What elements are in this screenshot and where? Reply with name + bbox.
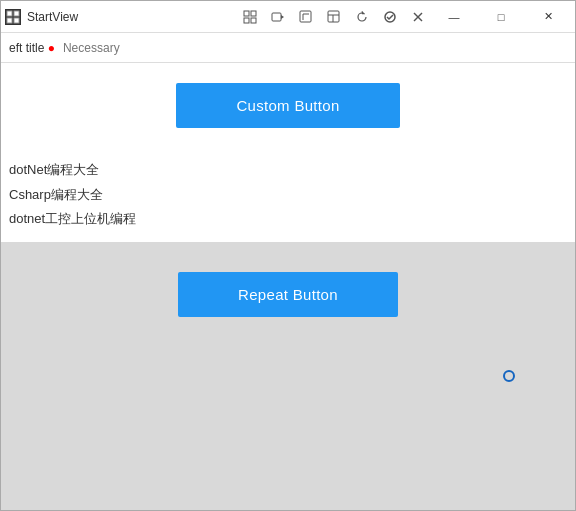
toolbar <box>237 5 431 29</box>
svg-rect-7 <box>251 18 256 23</box>
svg-rect-1 <box>14 11 19 16</box>
title-bar-left: StartView <box>5 9 237 25</box>
address-input[interactable] <box>63 41 567 55</box>
app-icon <box>5 9 21 25</box>
maximize-button[interactable]: □ <box>478 1 524 33</box>
minimize-button[interactable]: — <box>431 1 477 33</box>
window-controls: — □ ✕ <box>431 1 571 33</box>
svg-rect-5 <box>251 11 256 16</box>
svg-rect-8 <box>272 13 281 21</box>
svg-rect-6 <box>244 18 249 23</box>
window-title: StartView <box>27 10 78 24</box>
refresh-toolbar-btn[interactable] <box>349 5 375 29</box>
cursor-toolbar-btn[interactable] <box>293 5 319 29</box>
close-button[interactable]: ✕ <box>525 1 571 33</box>
main-window: StartView <box>0 0 576 511</box>
left-title-label: eft title ● <box>9 41 55 55</box>
section-gray: Repeat Button <box>1 242 575 510</box>
section-top: Custom Button <box>1 63 575 148</box>
custom-button[interactable]: Custom Button <box>176 83 399 128</box>
video-toolbar-btn[interactable] <box>265 5 291 29</box>
close-small-toolbar-btn[interactable] <box>405 5 431 29</box>
svg-rect-0 <box>7 11 12 16</box>
text-list: dotNet编程大全 Csharp编程大全 dotnet工控上位机编程 <box>1 148 575 242</box>
layout-toolbar-btn[interactable] <box>321 5 347 29</box>
svg-rect-4 <box>244 11 249 16</box>
svg-rect-10 <box>300 11 311 22</box>
repeat-button[interactable]: Repeat Button <box>178 272 398 317</box>
address-bar: eft title ● <box>1 33 575 63</box>
list-item: Csharp编程大全 <box>9 183 567 208</box>
list-item: dotNet编程大全 <box>9 158 567 183</box>
svg-rect-3 <box>14 18 19 23</box>
title-bar: StartView <box>1 1 575 33</box>
cursor-dot <box>503 370 515 382</box>
required-indicator: ● <box>48 41 55 55</box>
svg-rect-2 <box>7 18 12 23</box>
list-item: dotnet工控上位机编程 <box>9 207 567 232</box>
svg-marker-9 <box>281 15 284 19</box>
main-content: Custom Button dotNet编程大全 Csharp编程大全 dotn… <box>1 63 575 510</box>
check-toolbar-btn[interactable] <box>377 5 403 29</box>
grid-toolbar-btn[interactable] <box>237 5 263 29</box>
cursor-indicator <box>495 370 515 390</box>
